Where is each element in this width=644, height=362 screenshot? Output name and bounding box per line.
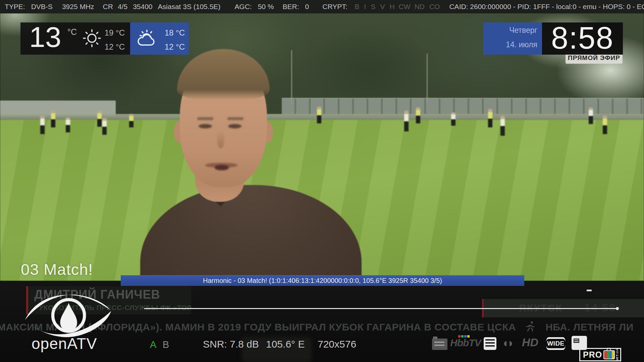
weekday: Четверг	[483, 26, 537, 35]
agc-label: AGC:	[234, 3, 252, 11]
openatv-eye-icon	[23, 284, 113, 341]
clock-time: 8:58	[542, 22, 623, 53]
watermark-net-text: NET.UA	[616, 348, 619, 361]
crypt-flag: CO	[429, 3, 440, 11]
symbol-rate: 35400	[133, 3, 152, 11]
temperature-unit: °C	[67, 27, 77, 37]
tomorrow-low: 12 °C	[165, 40, 185, 54]
type-label: TYPE:	[5, 3, 25, 11]
channel-caption: 03 Match!	[21, 260, 93, 279]
weather-forecast-panel: 18 °C 12 °C	[130, 22, 189, 55]
tomorrow-temps: 18 °C 12 °C	[165, 26, 185, 54]
runner-icon	[525, 320, 537, 333]
today-high: 19 °C	[105, 26, 125, 40]
type-value: DVB-S	[31, 3, 53, 11]
tv-osd-screen: ПРЯМОЙ ЭФИР ДМИТРИЙ ГАНИЧЕВ РУКОВОДИТЕЛЬ…	[0, 0, 644, 362]
service-info-bar: Harmonic - 03 Match! (1:0:1:406:13:1:420…	[121, 275, 524, 286]
satellite-name: Asiasat 3S (105.5E)	[158, 3, 221, 11]
crypt-flag: ND	[415, 3, 425, 11]
crypt-flag: V	[380, 3, 385, 11]
sun-icon	[82, 28, 102, 49]
graphic-dash	[587, 290, 592, 291]
tomorrow-high: 18 °C	[165, 26, 185, 40]
watermark-pro-text: PRO	[583, 350, 602, 360]
frequency: 3925 MHz	[62, 3, 94, 11]
ber-value: 0	[305, 3, 309, 11]
crypt-flag: S	[371, 3, 375, 11]
tuner-info-bar: TYPE: DVB-S 3925 MHz CR 4/5 35400 Asiasa…	[0, 0, 644, 13]
channel-watermark: PRO NET.UA	[579, 348, 621, 361]
tv-set-icon	[603, 350, 615, 359]
ber-label: BER:	[283, 3, 299, 11]
graphic-line	[144, 308, 618, 309]
crypt-flag: H	[389, 3, 394, 11]
date-panel: Четверг 14. июля	[483, 22, 542, 55]
date: 14. июля	[483, 40, 537, 49]
agc-value: 50 %	[258, 3, 274, 11]
current-temperature: 13	[29, 19, 61, 55]
partly-cloudy-sun-icon	[134, 28, 159, 49]
crypt-flag: I	[364, 3, 366, 11]
brand-text: openATV	[32, 335, 97, 353]
ticker-text-2: НБА. ЛЕТНЯЯ ЛИ	[545, 321, 634, 333]
crypt-flag: B	[355, 3, 360, 11]
weather-current-panel: 13 °C 19 °C 12 °C	[20, 22, 130, 55]
clock-panel: 8:58	[542, 22, 623, 55]
today-temps: 19 °C 12 °C	[105, 26, 125, 54]
video-shadow-blob	[241, 337, 312, 362]
today-low: 12 °C	[105, 40, 125, 54]
crypt-flag: CW	[399, 3, 411, 11]
weather-widget: 13 °C 19 °C 12 °C	[20, 22, 189, 55]
cr-label: CR	[103, 3, 113, 11]
cr-value: 4/5	[118, 3, 127, 11]
caid-info: CAID: 2600:000000 - PID: 1FFF - local:0 …	[449, 3, 644, 11]
crypt-label: CRYPT:	[322, 3, 347, 11]
